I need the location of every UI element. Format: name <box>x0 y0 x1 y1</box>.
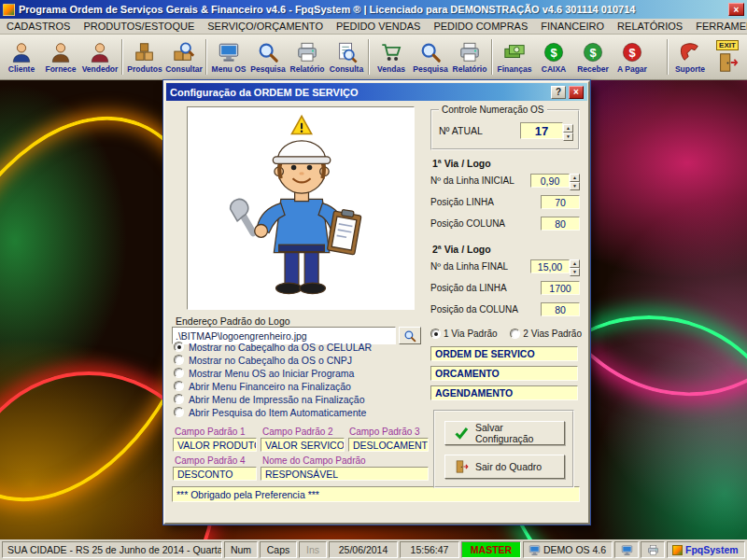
status-insert: Ins <box>299 541 327 558</box>
menu-pedido-vendas[interactable]: PEDIDO VENDAS <box>330 20 427 33</box>
dialog-title: Configuração da ORDEM DE SERVIÇO <box>170 87 548 98</box>
campo-padrao-3-input[interactable]: DESLOCAMENTO <box>348 438 429 452</box>
posicao-coluna-2-input[interactable]: 80 <box>541 302 580 316</box>
radio-icon[interactable] <box>174 394 184 404</box>
toolbar-relatorio-os-button[interactable]: Relatório <box>288 35 327 78</box>
linha-final-spinner[interactable] <box>570 259 580 273</box>
brand-icon <box>672 545 683 555</box>
exit-sign-label: EXIT <box>716 40 739 50</box>
toolbar-menu-os-button[interactable]: Menu OS <box>209 35 248 78</box>
status-brand: FpqSystem <box>667 541 745 558</box>
radio-icon[interactable] <box>174 342 184 352</box>
spin-up-icon[interactable] <box>563 124 573 133</box>
spin-down-icon[interactable] <box>570 268 580 276</box>
campo-padrao-1-input[interactable]: VALOR PRODUTOS <box>173 438 257 452</box>
browse-logo-button[interactable] <box>399 327 421 344</box>
toolbar-exit-button[interactable]: EXIT <box>710 35 745 78</box>
campo-padrao-1-label: Campo Padrão 1 <box>175 427 246 437</box>
radio-icon[interactable] <box>174 355 184 365</box>
linha-inicial-spinner[interactable] <box>570 174 580 188</box>
via1-row-linha-inicial: Nº da Linha INICIAL 0,90 <box>430 173 580 189</box>
radio-icon[interactable] <box>174 368 184 378</box>
via2-title: 2ª Via / Logo <box>432 244 491 255</box>
toolbar-produtos-button[interactable]: Produtos <box>125 35 164 78</box>
radio-icon[interactable] <box>430 329 441 339</box>
campo-padrao-2-input[interactable]: VALOR SERVICOS <box>261 438 345 452</box>
option-menu-os-iniciar[interactable]: Mostrar Menu OS ao Iniciar Programa <box>174 368 372 378</box>
menu-servico-orcamento[interactable]: SERVIÇO/ORÇAMENTO <box>201 20 330 33</box>
menu-ferramentas[interactable]: FERRAMENTAS <box>689 20 747 33</box>
doc-type-orcamento-input[interactable]: ORCAMENTO <box>430 366 578 381</box>
numero-atual-input[interactable]: 17 <box>520 122 563 139</box>
option-pesquisa-item[interactable]: Abrir Pesquisa do Item Automaticamente <box>174 407 372 417</box>
campo-padrao-4-input[interactable]: DESCONTO <box>173 467 257 481</box>
menu-cadastros[interactable]: CADASTROS <box>0 20 77 33</box>
posicao-coluna-input[interactable]: 80 <box>541 217 580 231</box>
status-bar: SUA CIDADE - RS 25 de Junho de 2014 - Qu… <box>0 539 747 560</box>
status-num-lock: Num <box>224 541 258 558</box>
toolbar-consultar-button[interactable]: Consultar <box>164 35 204 78</box>
toolbar-caixa-button[interactable]: CAIXA <box>534 35 573 78</box>
option-celular[interactable]: Mostrar no Cabeçalho da OS o CELULAR <box>174 342 372 352</box>
option-menu-financeiro[interactable]: Abrir Menu Financeiro na Finalização <box>174 381 372 391</box>
campo-padrao-3-label: Campo Padrão 3 <box>349 427 420 437</box>
save-config-button[interactable]: Salvar Configuração <box>444 421 565 445</box>
status-computer-cell <box>614 541 639 558</box>
toolbar-suporte-button[interactable]: Suporte <box>670 35 710 78</box>
numero-atual-spinner[interactable] <box>563 124 573 138</box>
radio-2-vias-padrao[interactable]: 2 Vias Padrão <box>510 329 582 339</box>
toolbar-vendedor-button[interactable]: Vendedor <box>80 35 120 78</box>
dialog-help-button[interactable]: ? <box>551 86 566 99</box>
spin-up-icon[interactable] <box>570 174 580 182</box>
toolbar-cliente-button[interactable]: Cliente <box>2 35 41 78</box>
via2-row-posicao-coluna: Posição da COLUNA 80 <box>430 301 580 317</box>
window-title: Programa Ordem de Serviços Gerais & Fina… <box>19 4 725 15</box>
exit-dialog-button[interactable]: Sair do Quadro <box>444 455 565 479</box>
toolbar-pesquisa-os-button[interactable]: Pesquisa <box>248 35 288 78</box>
radio-icon[interactable] <box>510 329 520 339</box>
posicao-linha-input[interactable]: 70 <box>541 195 580 209</box>
toolbar-receber-button[interactable]: Receber <box>573 35 613 78</box>
doc-type-ordem-servico-input[interactable]: ORDEM DE SERVICO <box>430 346 578 361</box>
radio-icon[interactable] <box>174 381 184 391</box>
spin-down-icon[interactable] <box>570 182 580 190</box>
toolbar-pesquisa-vendas-button[interactable]: Pesquisa <box>411 35 450 78</box>
printer-icon <box>296 41 318 63</box>
money-icon <box>503 41 526 63</box>
toolbar-separator <box>368 39 370 75</box>
dialog-close-button[interactable]: × <box>569 86 584 99</box>
radio-1-via-padrao[interactable]: 1 Via Padrão <box>430 329 498 339</box>
nome-campo-padrao-input[interactable]: RESPONSÁVEL <box>261 467 429 481</box>
numbering-group: Controle Numeração OS Nº ATUAL 17 <box>430 109 580 150</box>
window-close-button[interactable]: × <box>728 3 744 16</box>
exit-door-icon <box>454 459 469 474</box>
toolbar-vendas-button[interactable]: Vendas <box>372 35 411 78</box>
toolbar-fornecedor-button[interactable]: Fornece <box>41 35 80 78</box>
toolbar-consulta-button[interactable]: Consulta <box>327 35 366 78</box>
spin-up-icon[interactable] <box>570 259 580 268</box>
numbering-group-title: Controle Numeração OS <box>439 105 547 115</box>
window-titlebar: Programa Ordem de Serviços Gerais & Fina… <box>0 0 747 19</box>
posicao-linha-2-input[interactable]: 1700 <box>541 281 580 295</box>
toolbar-relatorio-vendas-button[interactable]: Relatório <box>450 35 489 78</box>
spin-down-icon[interactable] <box>563 133 573 141</box>
status-printer-cell <box>641 541 665 558</box>
radio-icon[interactable] <box>174 407 184 417</box>
toolbar-a-pagar-button[interactable]: A Pagar <box>613 35 652 78</box>
dollar-pay-icon <box>621 41 643 63</box>
doc-type-agendamento-input[interactable]: AGENDAMENTO <box>430 385 578 400</box>
option-cnpj[interactable]: Mostrar no Cabeçalho da OS o CNPJ <box>174 355 372 365</box>
campo-padrao-2-label: Campo Padrão 2 <box>262 427 333 437</box>
linha-final-input[interactable]: 15,00 <box>530 259 570 273</box>
footer-message-input[interactable]: *** Obrigado pela Preferencia *** <box>172 486 580 502</box>
menu-produtos-estoque[interactable]: PRODUTOS/ESTOQUE <box>77 20 201 33</box>
app-icon <box>3 4 15 16</box>
toolbar-financas-button[interactable]: Finanças <box>495 35 534 78</box>
supplier-person-icon <box>49 41 72 63</box>
via2-row-posicao-linha: Posição da LINHA 1700 <box>430 280 580 296</box>
menu-relatorios[interactable]: RELATÓRIOS <box>611 20 689 33</box>
option-menu-impressao[interactable]: Abrir Menu de Impressão na Finalização <box>174 394 372 404</box>
menu-pedido-compras[interactable]: PEDIDO COMPRAS <box>427 20 534 33</box>
linha-inicial-input[interactable]: 0,90 <box>530 174 570 188</box>
menu-financeiro[interactable]: FINANCEIRO <box>534 20 611 33</box>
